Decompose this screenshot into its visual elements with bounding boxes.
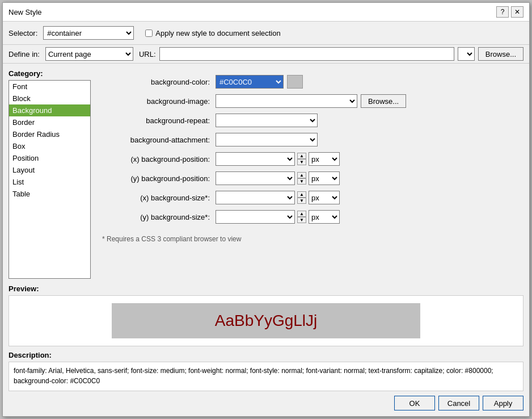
- category-panel: Category: Font Block Background Border B…: [9, 69, 91, 279]
- bg-color-select[interactable]: #C0C0C0: [216, 75, 284, 89]
- preview-box: AaBbYyGgLlJj: [9, 295, 523, 346]
- bg-pos-x-select[interactable]: [216, 152, 295, 166]
- preview-text: AaBbYyGgLlJj: [215, 312, 318, 330]
- description-section: Description: font-family: Arial, Helveti…: [9, 351, 523, 391]
- title-bar: New Style ? ✕: [3, 3, 529, 22]
- bg-attachment-select[interactable]: [216, 133, 318, 146]
- preview-inner: AaBbYyGgLlJj: [112, 303, 420, 338]
- apply-checkbox-row: Apply new style to document selection: [145, 29, 280, 37]
- close-button[interactable]: ✕: [511, 6, 523, 18]
- category-font[interactable]: Font: [9, 81, 90, 93]
- content-panel: background-color: #C0C0C0 background-ima…: [96, 69, 523, 279]
- category-border-radius[interactable]: Border Radius: [9, 128, 90, 140]
- bg-pos-x-label: (x) background-position:: [96, 155, 216, 164]
- bg-size-x-spinner: ▲ ▼: [297, 191, 306, 204]
- bg-pos-x-down[interactable]: ▼: [297, 159, 306, 165]
- define-dropdown[interactable]: Current page: [45, 47, 133, 61]
- bg-size-x-up[interactable]: ▲: [297, 191, 306, 198]
- url-dropdown[interactable]: [458, 47, 475, 61]
- category-box[interactable]: Box: [9, 140, 90, 152]
- bg-repeat-control: [216, 114, 523, 127]
- define-label: Define in:: [9, 50, 40, 58]
- main-area: Category: Font Block Background Border B…: [3, 64, 529, 284]
- selector-dropdown[interactable]: #container: [43, 26, 134, 40]
- selector-label: Selector:: [9, 29, 37, 37]
- bg-repeat-label: background-repeat:: [96, 116, 216, 125]
- url-input[interactable]: [159, 47, 454, 61]
- title-bar-buttons: ? ✕: [496, 6, 523, 18]
- selector-row: Selector: #container Apply new style to …: [3, 22, 529, 45]
- css3-note: * Requires a CSS 3 compliant browser to …: [96, 235, 523, 243]
- bg-image-select[interactable]: [216, 94, 357, 108]
- bg-size-x-unit[interactable]: px: [309, 191, 340, 204]
- preview-label: Preview:: [9, 284, 523, 293]
- preview-section: Preview: AaBbYyGgLlJj: [9, 284, 523, 346]
- category-label: Category:: [9, 69, 91, 78]
- new-style-dialog: New Style ? ✕ Selector: #container Apply…: [2, 2, 530, 417]
- description-box: font-family: Arial, Helvetica, sans-seri…: [9, 362, 523, 391]
- dialog-title: New Style: [9, 8, 42, 16]
- color-swatch[interactable]: [287, 75, 303, 89]
- bg-image-control: Browse...: [216, 94, 523, 108]
- category-border[interactable]: Border: [9, 116, 90, 128]
- bg-size-x-select[interactable]: [216, 191, 295, 204]
- cancel-button[interactable]: Cancel: [438, 396, 479, 410]
- apply-checkbox-label: Apply new style to document selection: [155, 29, 280, 37]
- bg-size-y-unit[interactable]: px: [309, 210, 340, 224]
- bg-size-y-select[interactable]: [216, 210, 295, 224]
- bg-attachment-control: [216, 133, 523, 146]
- define-row: Define in: Current page URL: Browse...: [3, 45, 529, 64]
- bg-repeat-select[interactable]: [216, 114, 318, 127]
- bg-pos-y-spinner: ▲ ▼: [297, 172, 306, 185]
- bg-color-label: background-color:: [96, 78, 216, 86]
- category-list: Font Block Background Border Border Radi…: [9, 80, 91, 279]
- bg-image-label: background-image:: [96, 97, 216, 106]
- category-block[interactable]: Block: [9, 93, 90, 104]
- bg-pos-y-unit[interactable]: px: [309, 171, 340, 185]
- apply-button[interactable]: Apply: [483, 396, 523, 410]
- bg-pos-x-unit[interactable]: px: [309, 152, 340, 166]
- apply-checkbox[interactable]: [145, 30, 153, 37]
- bg-size-x-label: (x) background-size*:: [96, 194, 216, 202]
- bg-color-control: #C0C0C0: [216, 75, 523, 89]
- url-label: URL:: [139, 50, 156, 58]
- category-table[interactable]: Table: [9, 188, 90, 200]
- bg-size-y-control: ▲ ▼ px: [216, 210, 523, 224]
- button-row: OK Cancel Apply: [9, 396, 523, 410]
- bg-image-browse-button[interactable]: Browse...: [361, 94, 406, 108]
- bottom-section: Preview: AaBbYyGgLlJj Description: font-…: [3, 284, 529, 416]
- ok-button[interactable]: OK: [394, 396, 435, 410]
- bg-size-y-label: (y) background-size*:: [96, 213, 216, 221]
- category-list[interactable]: List: [9, 176, 90, 188]
- bg-pos-x-control: ▲ ▼ px: [216, 152, 523, 166]
- bg-pos-y-control: ▲ ▼ px: [216, 171, 523, 185]
- bg-size-x-down[interactable]: ▼: [297, 198, 306, 204]
- bg-size-y-down[interactable]: ▼: [297, 217, 306, 223]
- bg-size-x-control: ▲ ▼ px: [216, 191, 523, 204]
- url-browse-button[interactable]: Browse...: [478, 47, 523, 61]
- bg-pos-x-spinner: ▲ ▼: [297, 153, 306, 165]
- bg-size-y-up[interactable]: ▲: [297, 211, 306, 217]
- description-label: Description:: [9, 351, 523, 359]
- bg-pos-y-label: (y) background-position:: [96, 174, 216, 183]
- bg-pos-x-up[interactable]: ▲: [297, 153, 306, 159]
- bg-size-y-spinner: ▲ ▼: [297, 211, 306, 223]
- form-grid: background-color: #C0C0C0 background-ima…: [96, 69, 523, 229]
- bg-pos-y-down[interactable]: ▼: [297, 178, 306, 185]
- bg-pos-y-up[interactable]: ▲: [297, 172, 306, 178]
- help-button[interactable]: ?: [496, 6, 509, 18]
- bg-pos-y-select[interactable]: [216, 171, 295, 185]
- url-section: URL: Browse...: [139, 47, 523, 61]
- category-layout[interactable]: Layout: [9, 164, 90, 176]
- category-position[interactable]: Position: [9, 152, 90, 164]
- bg-attachment-label: background-attachment:: [96, 136, 216, 144]
- category-background[interactable]: Background: [9, 104, 90, 116]
